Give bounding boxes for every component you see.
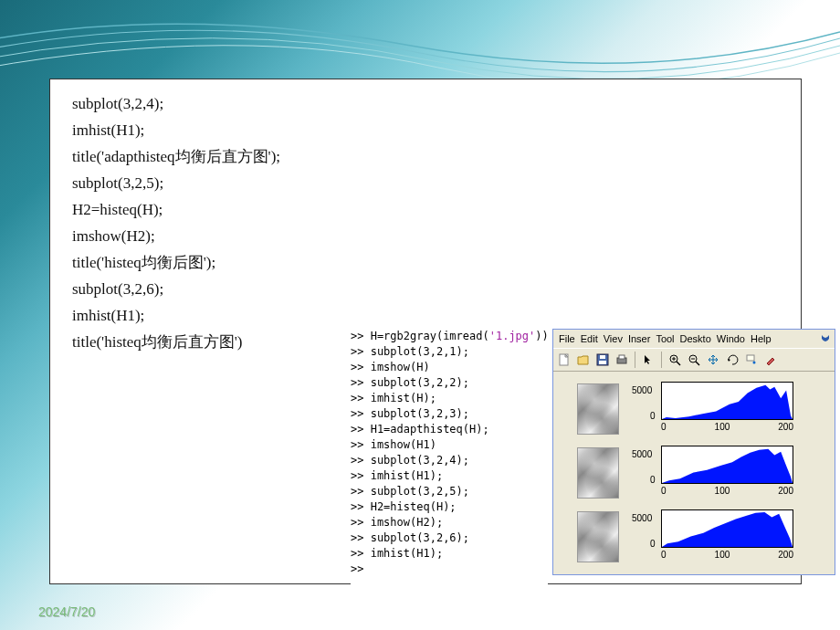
menu-insert[interactable]: Inser xyxy=(626,333,652,344)
code-lines: subplot(3,2,4);imhist(H1);title('adapthi… xyxy=(72,90,779,355)
svg-line-11 xyxy=(696,362,699,365)
command-line: >> subplot(3,2,3); xyxy=(351,406,548,422)
command-line: >> subplot(3,2,6); xyxy=(351,530,548,546)
code-line: H2=histeq(H); xyxy=(72,196,779,223)
command-line: >> imshow(H1) xyxy=(351,437,548,453)
rotate-icon[interactable] xyxy=(724,352,740,368)
code-line: title('histeq均衡后图'); xyxy=(72,249,779,276)
ribbon-icon[interactable] xyxy=(818,332,831,345)
subplot-row: 500000100200 xyxy=(561,505,827,569)
histogram-cell: 500000100200 xyxy=(635,382,800,436)
footer-date: 2024/7/20 xyxy=(38,604,95,619)
zoom-in-icon[interactable] xyxy=(667,352,683,368)
menu-edit[interactable]: Edit xyxy=(579,333,600,344)
code-line: imhist(H1); xyxy=(72,117,779,143)
command-line: >> subplot(3,2,1); xyxy=(351,344,548,360)
command-line: >> H=rgb2gray(imread('1.jpg')) xyxy=(351,329,548,344)
open-icon[interactable] xyxy=(575,352,592,368)
menu-tools[interactable]: Tool xyxy=(654,333,676,344)
brush-icon[interactable] xyxy=(762,352,779,368)
decorative-waves xyxy=(0,0,840,91)
code-line: subplot(3,2,4); xyxy=(72,90,779,117)
command-line: >> H2=histeq(H); xyxy=(351,499,548,515)
command-line: >> imhist(H); xyxy=(351,391,548,406)
code-line: imhist(H1); xyxy=(72,302,779,329)
matlab-command-window[interactable]: >> H=rgb2gray(imread('1.jpg'))>> subplot… xyxy=(351,329,548,593)
pointer-icon[interactable] xyxy=(640,352,656,368)
matlab-figure-window[interactable]: File Edit Viev Inser Tool Deskto Windo H… xyxy=(552,329,835,575)
figure-menubar[interactable]: File Edit Viev Inser Tool Deskto Windo H… xyxy=(553,330,835,348)
menu-view[interactable]: Viev xyxy=(602,333,625,344)
subplot-row: 500000100200 xyxy=(561,441,827,505)
figure-toolbar[interactable] xyxy=(553,348,835,372)
menu-help[interactable]: Help xyxy=(749,333,773,344)
command-line: >> H1=adapthisteq(H); xyxy=(351,422,548,437)
code-line: subplot(3,2,6); xyxy=(72,276,779,302)
command-line: >> imshow(H2); xyxy=(351,515,548,530)
image-thumbnail xyxy=(577,447,619,499)
svg-line-7 xyxy=(677,362,680,365)
command-line: >> subplot(3,2,2); xyxy=(351,375,548,391)
command-line: >> imhist(H1); xyxy=(351,546,548,562)
save-icon[interactable] xyxy=(594,352,611,368)
datatip-icon[interactable] xyxy=(743,352,760,368)
new-icon[interactable] xyxy=(556,352,572,368)
zoom-out-icon[interactable] xyxy=(686,352,702,368)
svg-point-14 xyxy=(753,362,756,364)
code-line: title('adapthisteq均衡后直方图'); xyxy=(72,143,779,170)
command-line: >> imhist(H1); xyxy=(351,468,548,484)
image-thumbnail xyxy=(577,511,619,562)
svg-rect-13 xyxy=(747,355,754,361)
command-line: >> imshow(H) xyxy=(351,360,548,375)
code-line: imshow(H2); xyxy=(72,223,779,249)
figure-canvas: 500000100200500000100200500000100200 xyxy=(553,372,835,574)
svg-rect-2 xyxy=(599,361,606,364)
menu-file[interactable]: File xyxy=(557,333,577,344)
subplot-row: 500000100200 xyxy=(561,377,827,441)
command-line: >> subplot(3,2,5); xyxy=(351,484,548,499)
histogram-cell: 500000100200 xyxy=(635,446,800,500)
histogram-cell: 500000100200 xyxy=(635,509,800,564)
image-thumbnail xyxy=(577,383,619,435)
svg-rect-3 xyxy=(600,355,605,359)
print-icon[interactable] xyxy=(614,352,630,368)
menu-window[interactable]: Windo xyxy=(715,333,747,344)
command-line: >> subplot(3,2,4); xyxy=(351,453,548,468)
svg-rect-5 xyxy=(619,355,625,359)
code-line: subplot(3,2,5); xyxy=(72,170,779,196)
menu-desktop[interactable]: Deskto xyxy=(678,333,713,344)
pan-icon[interactable] xyxy=(705,352,721,368)
